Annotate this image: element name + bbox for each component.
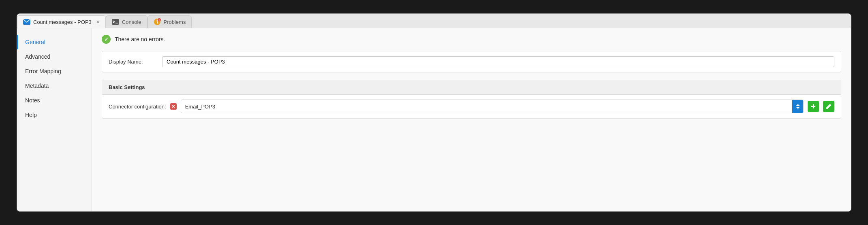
sidebar-item-notes-label: Notes	[25, 97, 40, 104]
connector-select-wrapper: Email_POP3	[181, 100, 804, 113]
sidebar: General Advanced Error Mapping Metadata …	[17, 28, 92, 211]
connector-config-label: Connector configuration:	[109, 104, 166, 110]
connector-spinner[interactable]	[792, 100, 803, 113]
edit-pencil-icon	[825, 103, 832, 110]
svg-text:!: !	[159, 19, 160, 21]
tab-close-button[interactable]: ✕	[96, 19, 100, 25]
content-panel: ✓ There are no errors. Display Name: Bas…	[92, 28, 851, 211]
success-icon: ✓	[102, 35, 111, 44]
connector-select-value: Email_POP3	[181, 101, 792, 112]
sidebar-item-help-label: Help	[25, 112, 37, 118]
connector-error-icon[interactable]: ✕	[170, 103, 177, 110]
sidebar-item-notes[interactable]: Notes	[17, 93, 92, 108]
tab-bar: Count messages - POP3 ✕ Console ! Proble…	[17, 14, 851, 28]
display-name-label: Display Name:	[109, 59, 157, 65]
sidebar-item-general-label: General	[25, 39, 45, 45]
display-name-row: Display Name:	[102, 51, 841, 72]
envelope-icon	[23, 19, 30, 25]
tab-count-messages[interactable]: Count messages - POP3 ✕	[17, 15, 106, 28]
connector-config-row: Connector configuration: ✕ Email_POP3 +	[102, 95, 841, 118]
edit-connector-button[interactable]	[823, 101, 834, 112]
no-errors-banner: ✓ There are no errors.	[102, 35, 841, 44]
tab-console-label: Console	[122, 19, 141, 25]
svg-rect-5	[157, 21, 158, 24]
problems-icon: !	[154, 18, 161, 25]
sidebar-item-error-mapping-label: Error Mapping	[25, 68, 61, 74]
no-errors-text: There are no errors.	[115, 36, 165, 42]
sidebar-item-metadata-label: Metadata	[25, 83, 49, 89]
tab-problems[interactable]: ! Problems	[148, 15, 192, 28]
sidebar-item-error-mapping[interactable]: Error Mapping	[17, 64, 92, 79]
add-connector-button[interactable]: +	[808, 101, 819, 112]
display-name-input[interactable]	[162, 56, 834, 67]
tab-console[interactable]: Console	[106, 15, 148, 28]
basic-settings-header: Basic Settings	[102, 80, 841, 95]
display-name-section: Display Name:	[102, 51, 841, 72]
tab-count-messages-label: Count messages - POP3	[33, 19, 92, 25]
spinner-up-arrow	[796, 104, 800, 106]
svg-rect-1	[112, 19, 119, 25]
sidebar-item-help[interactable]: Help	[17, 108, 92, 122]
main-content-area: General Advanced Error Mapping Metadata …	[17, 28, 851, 211]
spinner-down-arrow	[796, 107, 800, 109]
basic-settings-section: Basic Settings Connector configuration: …	[102, 80, 841, 119]
tab-problems-label: Problems	[164, 19, 186, 25]
console-icon	[112, 19, 119, 25]
sidebar-item-general[interactable]: General	[17, 35, 92, 49]
sidebar-item-advanced-label: Advanced	[25, 53, 50, 60]
sidebar-item-advanced[interactable]: Advanced	[17, 49, 92, 64]
sidebar-item-metadata[interactable]: Metadata	[17, 79, 92, 93]
main-window: Count messages - POP3 ✕ Console ! Proble…	[17, 13, 851, 212]
